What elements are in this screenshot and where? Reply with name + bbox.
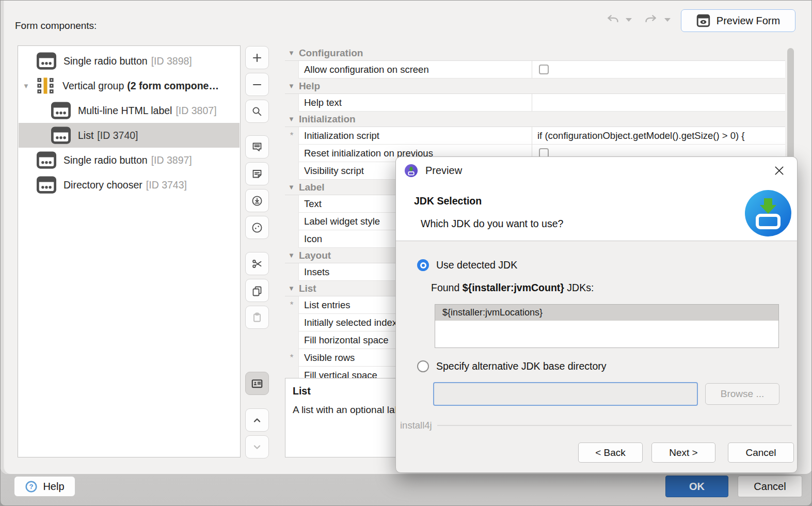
redo-icon — [644, 13, 659, 27]
found-jdks-line: Found ${installer:jvmCount} JDKs: — [431, 282, 594, 294]
help-button[interactable]: ? Help — [14, 476, 75, 497]
socket-icon — [251, 222, 263, 234]
radio-selected-icon[interactable] — [417, 259, 429, 271]
expander-triangle-icon[interactable]: ▼ — [19, 82, 34, 90]
property-row-initialization-script[interactable]: * Initialization script if (configuratio… — [285, 127, 785, 145]
ok-button[interactable]: OK — [665, 476, 728, 497]
copy-button[interactable] — [245, 279, 269, 302]
allow-configuration-checkbox[interactable] — [539, 65, 549, 74]
screen-heading: JDK Selection — [414, 195, 482, 207]
vertical-group-icon — [36, 77, 55, 94]
form-component-icon — [51, 126, 71, 144]
remove-button[interactable] — [245, 73, 269, 96]
tree-item-vertical-group[interactable]: ▼ Vertical group (2 form compone… — [19, 73, 240, 98]
tree-item-list-3740-selected[interactable]: List [ID 3740] — [19, 123, 240, 148]
property-row-help-text[interactable]: Help text — [285, 94, 785, 112]
installer-download-icon — [744, 189, 792, 237]
section-help[interactable]: ▼Help — [285, 78, 785, 94]
move-up-button[interactable] — [245, 408, 269, 432]
note-icon — [251, 168, 263, 180]
required-marker: * — [285, 127, 299, 145]
jdk-directory-input[interactable] — [433, 382, 698, 406]
remove-icon — [251, 78, 263, 91]
help-text-value[interactable] — [532, 94, 785, 112]
id-card-icon — [250, 377, 264, 390]
collapse-triangle-icon: ▼ — [288, 49, 295, 57]
install4j-app-icon — [404, 164, 418, 178]
svg-text:?: ? — [29, 483, 34, 491]
search-icon — [251, 105, 263, 118]
id-card-button[interactable] — [245, 372, 269, 395]
undo-button[interactable] — [603, 11, 621, 29]
radio-use-detected-jdk[interactable]: Use detected JDK — [417, 259, 517, 271]
download-circle-icon — [251, 195, 263, 207]
add-icon — [251, 52, 263, 64]
next-button[interactable]: Next > — [651, 442, 715, 463]
jdk-list-selected-item[interactable]: ${installer:jvmLocations} — [435, 305, 778, 321]
browse-button[interactable]: Browse ... — [705, 383, 779, 405]
comment-icon — [251, 141, 263, 153]
move-down-button[interactable] — [245, 435, 269, 458]
required-marker: * — [285, 349, 299, 367]
form-component-icon — [51, 102, 71, 119]
tree-item-single-radio-3897[interactable]: Single radio button [ID 3897] — [19, 148, 240, 172]
cut-icon — [251, 258, 263, 270]
add-button[interactable] — [245, 46, 269, 69]
socket-button[interactable] — [245, 216, 269, 239]
preview-eye-icon — [696, 14, 710, 27]
form-component-icon — [37, 151, 56, 169]
paste-button[interactable] — [245, 306, 269, 329]
tree-item-multiline-html-label[interactable]: Multi-line HTML label [ID 3807] — [19, 98, 240, 123]
help-label: Help — [43, 481, 64, 493]
undo-dropdown-icon[interactable] — [626, 18, 632, 22]
cancel-button[interactable]: Cancel — [738, 476, 802, 497]
collapse-triangle-icon: ▼ — [288, 115, 295, 123]
property-row-allow-configuration[interactable]: Allow configuration on screen — [285, 61, 785, 78]
close-icon[interactable] — [772, 164, 786, 177]
comment-button[interactable] — [245, 135, 269, 159]
search-button[interactable] — [245, 100, 269, 123]
form-component-icon — [37, 52, 56, 70]
radio-specify-alternative[interactable]: Specify alternative JDK base directory — [417, 360, 606, 372]
redo-button[interactable] — [643, 11, 660, 29]
copy-icon — [251, 284, 263, 297]
dialog-header: JDK Selection Which JDK do you want to u… — [396, 184, 797, 241]
help-question-icon: ? — [25, 480, 38, 493]
collapse-triangle-icon: ▼ — [288, 82, 295, 90]
section-configuration[interactable]: ▼Configuration — [285, 45, 785, 61]
brand-separator: install4j — [400, 420, 794, 431]
initialization-script-value[interactable]: if (configurationObject.getModel().getSi… — [532, 127, 785, 145]
preview-form-button[interactable]: Preview Form — [681, 9, 795, 32]
radio-unselected-icon[interactable] — [417, 360, 429, 372]
form-components-label: Form components: — [15, 20, 97, 31]
collapse-triangle-icon: ▼ — [288, 251, 295, 259]
dialog-title: Preview — [425, 165, 462, 177]
section-initialization[interactable]: ▼Initialization — [285, 112, 785, 127]
install4j-form-editor-window: Form components: Preview Form — [0, 0, 812, 506]
cut-button[interactable] — [245, 252, 269, 275]
screen-subheading: Which JDK do you want to use? — [421, 218, 563, 230]
move-down-icon — [251, 441, 263, 453]
download-button[interactable] — [245, 189, 269, 212]
collapse-triangle-icon: ▼ — [288, 183, 295, 191]
required-marker: * — [285, 296, 299, 314]
preview-dialog: Preview JDK Selection Which JDK do you w… — [395, 156, 798, 473]
move-up-icon — [251, 414, 263, 426]
collapse-triangle-icon: ▼ — [288, 284, 295, 292]
note-button[interactable] — [245, 162, 269, 185]
tree-item-single-radio-3898[interactable]: Single radio button [ID 3898] — [19, 49, 240, 73]
brand-label: install4j — [400, 420, 437, 431]
jdk-locations-listbox[interactable]: ${installer:jvmLocations} — [435, 304, 779, 348]
redo-dropdown-icon[interactable] — [664, 18, 671, 22]
back-button[interactable]: < Back — [578, 442, 643, 463]
preview-form-label: Preview Form — [717, 15, 780, 27]
paste-icon — [251, 311, 263, 324]
undo-icon — [605, 13, 619, 27]
tree-item-directory-chooser[interactable]: Directory chooser [ID 3743] — [19, 172, 240, 197]
form-components-tree: Single radio button [ID 3898] ▼ Vertical… — [18, 45, 241, 457]
dialog-title-bar[interactable]: Preview — [396, 157, 797, 184]
dialog-cancel-button[interactable]: Cancel — [728, 442, 794, 463]
form-component-icon — [37, 176, 56, 194]
